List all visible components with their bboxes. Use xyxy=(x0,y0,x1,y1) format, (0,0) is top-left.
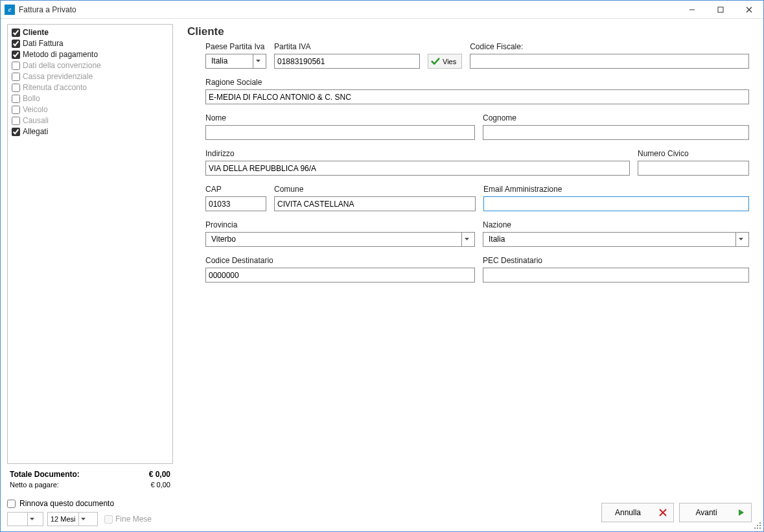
nome-label: Nome xyxy=(205,113,475,122)
email-amministrazione-label: Email Amministrazione xyxy=(483,185,749,194)
section-item[interactable]: Dati Fattura xyxy=(10,38,170,49)
fine-mese-checkbox[interactable] xyxy=(104,515,113,524)
section-checkbox[interactable] xyxy=(12,106,20,114)
renew-period-select[interactable]: 12 Mesi xyxy=(47,512,98,526)
ragione-sociale-label: Ragione Sociale xyxy=(205,78,749,87)
window-title: Fattura a Privato xyxy=(19,5,76,14)
annulla-label: Annulla xyxy=(608,508,647,517)
section-checkbox[interactable] xyxy=(12,40,20,48)
netto-label: Netto a pagare: xyxy=(10,480,59,490)
section-label: Bollo xyxy=(23,94,40,104)
nazione-value: Italia xyxy=(486,233,735,246)
section-label: Cassa previdenziale xyxy=(23,72,93,82)
chevron-down-icon xyxy=(253,54,263,68)
indirizzo-input[interactable] xyxy=(205,161,630,176)
numero-civico-label: Numero Civico xyxy=(638,149,749,158)
close-icon xyxy=(659,509,667,516)
section-item[interactable]: Veicolo xyxy=(10,104,170,115)
resize-grip[interactable] xyxy=(753,521,762,530)
title-bar: e Fattura a Privato xyxy=(1,1,763,19)
window-controls xyxy=(678,1,763,19)
pec-destinatario-input[interactable] xyxy=(483,268,749,283)
netto-value: € 0,00 xyxy=(150,480,170,490)
section-label: Ritenuta d'acconto xyxy=(23,83,87,93)
section-item[interactable]: Metodo di pagamento xyxy=(10,49,170,60)
section-checkbox[interactable] xyxy=(12,62,20,70)
provincia-value: Viterbo xyxy=(209,233,461,246)
avanti-button[interactable]: Avanti xyxy=(679,503,752,522)
chevron-down-icon xyxy=(461,233,472,246)
pec-destinatario-label: PEC Destinatario xyxy=(483,256,749,265)
section-checkbox[interactable] xyxy=(12,128,20,136)
section-checkbox[interactable] xyxy=(12,29,20,37)
renew-row: Rinnova questo documento xyxy=(7,499,173,508)
sidebar: ClienteDati FatturaMetodo di pagamentoDa… xyxy=(1,19,178,531)
chevron-down-icon xyxy=(78,513,87,526)
renew-controls: 12 Mesi Fine Mese xyxy=(7,512,173,526)
codice-fiscale-input[interactable] xyxy=(470,54,749,69)
cap-label: CAP xyxy=(205,185,266,194)
vies-button[interactable]: Vies xyxy=(428,54,462,69)
partita-iva-input[interactable] xyxy=(274,54,420,69)
section-checkbox[interactable] xyxy=(12,95,20,103)
section-item[interactable]: Ritenuta d'acconto xyxy=(10,82,170,93)
page-title: Cliente xyxy=(187,25,749,38)
totale-value: € 0,00 xyxy=(149,469,170,480)
comune-label: Comune xyxy=(274,185,476,194)
arrow-right-icon xyxy=(738,509,745,516)
section-label: Cliente xyxy=(23,28,49,38)
paese-partita-iva-select[interactable]: Italia xyxy=(205,54,266,69)
totals: Totale Documento: € 0,00 Netto a pagare:… xyxy=(7,467,173,491)
check-icon xyxy=(431,57,440,66)
ragione-sociale-input[interactable] xyxy=(205,89,749,104)
app-icon: e xyxy=(5,5,15,15)
minimize-button[interactable] xyxy=(678,1,706,19)
nazione-label: Nazione xyxy=(483,220,749,229)
renew-period-value: 12 Mesi xyxy=(48,515,78,523)
indirizzo-label: Indirizzo xyxy=(205,149,630,158)
section-label: Dati della convenzione xyxy=(23,61,101,71)
section-item[interactable]: Dati della convenzione xyxy=(10,60,170,71)
partita-iva-label: Partita IVA xyxy=(274,42,420,51)
section-item[interactable]: Cassa previdenziale xyxy=(10,71,170,82)
cognome-label: Cognome xyxy=(483,113,749,122)
renew-checkbox[interactable] xyxy=(7,500,16,508)
annulla-button[interactable]: Annulla xyxy=(601,503,674,522)
email-amministrazione-input[interactable] xyxy=(483,196,749,211)
codice-fiscale-label: Codice Fiscale: xyxy=(470,42,749,51)
nome-input[interactable] xyxy=(205,125,475,140)
renew-interval-select[interactable] xyxy=(7,512,43,526)
comune-input[interactable] xyxy=(274,196,476,211)
totale-label: Totale Documento: xyxy=(10,469,80,480)
section-checkbox[interactable] xyxy=(12,117,20,125)
codice-destinatario-input[interactable] xyxy=(205,268,475,283)
section-label: Allegati xyxy=(23,127,48,137)
section-checkbox[interactable] xyxy=(12,84,20,92)
provincia-select[interactable]: Viterbo xyxy=(205,232,475,247)
section-item[interactable]: Causali xyxy=(10,115,170,126)
paese-partita-iva-label: Paese Partita Iva xyxy=(205,42,266,51)
codice-destinatario-label: Codice Destinatario xyxy=(205,256,475,265)
cognome-input[interactable] xyxy=(483,125,749,140)
section-item[interactable]: Bollo xyxy=(10,93,170,104)
section-item[interactable]: Allegati xyxy=(10,126,170,137)
section-checkbox[interactable] xyxy=(12,73,20,81)
paese-partita-iva-value: Italia xyxy=(209,54,253,68)
footer-buttons: Annulla Avanti xyxy=(601,503,752,522)
section-item[interactable]: Cliente xyxy=(10,27,170,38)
section-label: Causali xyxy=(23,116,49,126)
numero-civico-input[interactable] xyxy=(638,161,749,176)
chevron-down-icon xyxy=(735,233,746,246)
section-label: Veicolo xyxy=(23,105,48,115)
fine-mese-group: Fine Mese xyxy=(104,515,152,524)
cap-input[interactable] xyxy=(205,196,266,211)
fine-mese-label: Fine Mese xyxy=(115,515,152,524)
vies-label: Vies xyxy=(443,58,456,65)
nazione-select[interactable]: Italia xyxy=(483,232,749,247)
close-button[interactable] xyxy=(735,1,763,19)
maximize-button[interactable] xyxy=(706,1,735,19)
provincia-label: Provincia xyxy=(205,220,475,229)
section-label: Metodo di pagamento xyxy=(23,50,98,60)
section-checkbox[interactable] xyxy=(12,51,20,59)
section-list: ClienteDati FatturaMetodo di pagamentoDa… xyxy=(7,24,173,464)
